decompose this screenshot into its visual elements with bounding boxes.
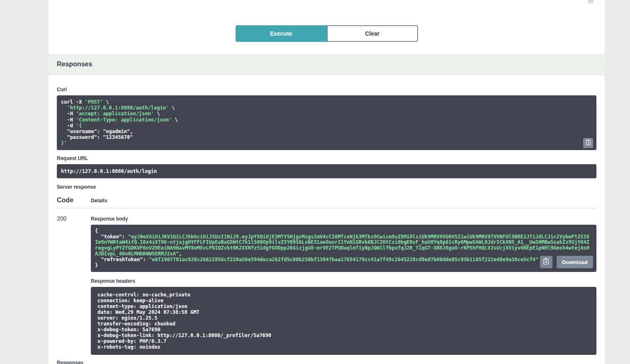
documented-responses-label: Responses — [57, 360, 596, 364]
curl-command-text: curl -X 'POST' \ 'http://127.0.0.1:8080/… — [61, 99, 592, 146]
server-response-table-header: Code Details — [57, 192, 596, 209]
response-headers-label: Response headers — [91, 278, 596, 284]
execute-button[interactable]: Execute — [236, 25, 327, 42]
copy-response-button[interactable] — [540, 256, 552, 268]
copy-icon — [586, 139, 591, 147]
swagger-operation-panel: Execute Clear Responses Curl curl -X 'PO… — [49, 0, 605, 364]
response-details-cell: Response body { "token": "eyJ0eXAiOiJKV1… — [91, 215, 596, 355]
response-body-label: Response body — [91, 216, 596, 222]
try-it-out-area: Execute Clear — [49, 0, 605, 54]
copy-icon — [543, 258, 549, 266]
responses-section-body: Curl curl -X 'POST' \ 'http://127.0.0.1:… — [49, 75, 605, 364]
execute-row: Execute Clear — [49, 0, 605, 42]
status-code: 200 — [57, 215, 91, 355]
response-headers-text: cache-control: no-cache,privateconnectio… — [97, 292, 590, 350]
server-response-row: 200 Response body { "token": "eyJ0eXAiOi… — [57, 209, 596, 355]
response-body-block: { "token": "eyJ0eXAiOiJKV1QiLCJhbGciOiJS… — [91, 225, 596, 272]
copy-curl-button[interactable] — [583, 138, 593, 148]
request-url-label: Request URL — [57, 155, 596, 161]
response-body-json: { "token": "eyJ0eXAiOiJKV1QiLCJhbGciOiJS… — [95, 228, 592, 269]
textarea-resize-handle[interactable] — [589, 0, 594, 3]
responses-section-title: Responses — [57, 61, 92, 68]
code-column-header: Code — [57, 197, 91, 204]
curl-label: Curl — [57, 87, 596, 92]
server-response-table: Code Details 200 Response body { "token"… — [57, 192, 596, 355]
responses-section-header: Responses — [49, 54, 605, 75]
request-url-block: http://127.0.0.1:8080/auth/login — [57, 164, 596, 178]
clear-button[interactable]: Clear — [327, 25, 418, 42]
curl-command-block: curl -X 'POST' \ 'http://127.0.0.1:8080/… — [57, 95, 596, 150]
details-column-header: Details — [91, 198, 596, 204]
request-url-value: http://127.0.0.1:8080/auth/login — [61, 168, 157, 174]
response-headers-block: cache-control: no-cache,privateconnectio… — [91, 287, 596, 355]
server-response-label: Server response — [57, 184, 596, 190]
download-button[interactable]: Download — [557, 256, 593, 268]
response-body-actions: Download — [540, 256, 593, 268]
